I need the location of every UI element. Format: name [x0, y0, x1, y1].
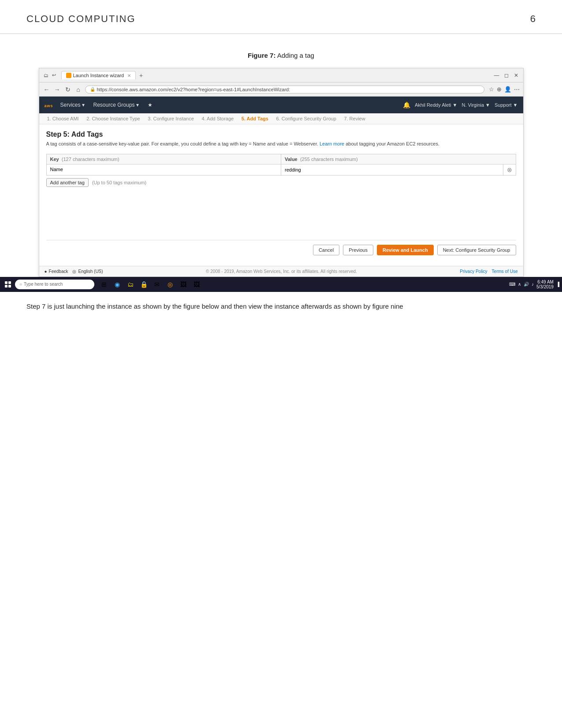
footer-links: Privacy Policy Terms of Use — [460, 269, 517, 274]
add-tag-row: Add another tag (Up to 50 tags maximum) — [46, 178, 516, 187]
address-bar[interactable]: 🔒 https://console.aws.amazon.com/ec2/v2?… — [85, 86, 484, 93]
new-tab-button[interactable]: + — [139, 72, 143, 79]
taskbar-edge-icon[interactable]: ◉ — [111, 278, 123, 291]
feedback-button[interactable]: ● Feedback — [45, 269, 68, 274]
nav-forward-button[interactable]: → — [53, 86, 61, 93]
taskbar-keyboard-icon[interactable]: ⌨ — [509, 282, 515, 287]
page-header: CLOUD COMPUTING 6 — [0, 0, 562, 34]
taskbar-app-icon[interactable]: 🖼 — [177, 278, 190, 291]
taskbar-search-box[interactable]: ○ Type here to search — [15, 280, 94, 289]
win-grid-cell-4 — [8, 285, 11, 287]
copyright-text: © 2008 - 2019, Amazon Web Services, Inc.… — [108, 269, 456, 274]
cancel-button[interactable]: Cancel — [313, 245, 339, 255]
resource-groups-chevron: ▾ — [136, 102, 139, 108]
services-chevron: ▾ — [82, 102, 85, 108]
taskbar-chrome-icon[interactable]: ◎ — [164, 278, 176, 291]
value-cell[interactable]: ⊗ — [281, 164, 516, 175]
value-input[interactable] — [281, 165, 503, 175]
url-text: https://console.aws.amazon.com/ec2/v2?ho… — [97, 87, 290, 92]
step-description: A tag consists of a case-sensitive key-v… — [46, 140, 516, 148]
taskbar-volume-icon[interactable]: ♪ — [532, 282, 534, 287]
delete-tag-button[interactable]: ⊗ — [503, 164, 516, 175]
taskbar-img-icon[interactable]: 🖼 — [190, 278, 203, 291]
close-button[interactable]: ✕ — [513, 72, 520, 78]
breadcrumb-step-3[interactable]: 3. Configure Instance — [145, 116, 197, 121]
taskbar-show-desktop[interactable]: ▐ — [556, 282, 559, 287]
breadcrumb-step-7[interactable]: 7. Review — [341, 116, 368, 121]
star-icon[interactable]: ☆ — [489, 86, 494, 93]
col-value-note: (255 characters maximum) — [300, 157, 358, 162]
previous-button[interactable]: Previous — [343, 245, 373, 255]
aws-region[interactable]: N. Virginia ▼ — [462, 102, 491, 108]
taskbar-right: ⌨ ∧ 🔊 ♪ 6:49 AM 5/3/2019 ▐ — [509, 280, 559, 289]
col-key-note: (127 characters maximum) — [62, 157, 119, 162]
taskbar-time: 6:49 AM — [537, 280, 554, 284]
next-button[interactable]: Next: Configure Security Group — [437, 245, 516, 255]
window-controls: — ◻ ✕ — [493, 72, 520, 78]
terms-link[interactable]: Terms of Use — [492, 269, 518, 274]
add-tag-button[interactable]: Add another tag — [46, 178, 89, 187]
taskbar-lock-icon[interactable]: 🔒 — [138, 278, 150, 291]
aws-navbar: aws Services ▾ Resource Groups ▾ ★ 🔔 Akh… — [39, 97, 523, 113]
restore-button[interactable]: ◻ — [503, 72, 510, 78]
aws-content: aws Services ▾ Resource Groups ▾ ★ 🔔 Akh… — [39, 97, 523, 276]
body-text: Step 7 is just launching the instance as… — [0, 292, 562, 321]
browser-addressbar: ← → ↻ ⌂ 🔒 https://console.aws.amazon.com… — [39, 82, 523, 97]
breadcrumb-step-5[interactable]: 5. Add Tags — [239, 116, 271, 121]
page-title: CLOUD COMPUTING — [26, 13, 136, 25]
feedback-icon: ● — [45, 269, 47, 274]
start-button[interactable] — [3, 279, 13, 290]
page-number: 6 — [530, 13, 536, 25]
services-nav-item[interactable]: Services ▾ — [59, 97, 86, 113]
key-input[interactable] — [47, 164, 281, 174]
account-icon[interactable]: 👤 — [504, 86, 511, 93]
aws-footer: ● Feedback ◎ English (US) © 2008 - 2019,… — [39, 266, 523, 276]
figure-caption-text: Adding a tag — [277, 52, 314, 59]
bookmark-icon[interactable]: ⊕ — [497, 86, 502, 93]
bell-icon[interactable]: 🔔 — [403, 101, 410, 108]
win-grid-cell-3 — [5, 285, 7, 287]
aws-logo: aws — [45, 101, 53, 109]
col-key-header: Key (127 characters maximum) — [47, 154, 282, 164]
add-tag-note: (Up to 50 tags maximum) — [92, 180, 146, 185]
win-grid-cell-2 — [8, 281, 11, 284]
aws-support[interactable]: Support ▼ — [495, 102, 517, 108]
taskbar-chevron-icon[interactable]: ∧ — [518, 282, 521, 287]
browser-actions: ☆ ⊕ 👤 ⋯ — [489, 86, 520, 93]
taskbar-mail-icon[interactable]: ✉ — [151, 278, 163, 291]
taskbar-network-icon[interactable]: 🔊 — [524, 282, 529, 287]
learn-more-link[interactable]: Learn more — [320, 141, 344, 146]
browser-back-icon: 🗂 — [43, 72, 50, 79]
taskbar-items: ⊞ ◉ 🗂 🔒 ✉ ◎ 🖼 🖼 — [98, 278, 203, 291]
tab-close-icon[interactable]: ✕ — [127, 73, 131, 78]
nav-back-button[interactable]: ← — [43, 86, 51, 93]
body-paragraph: Step 7 is just launching the instance as… — [26, 302, 403, 310]
resource-groups-nav-item[interactable]: Resource Groups ▾ — [92, 97, 141, 113]
aws-nav-right: 🔔 Akhil Reddy Aleti ▼ N. Virginia ▼ Supp… — [403, 101, 517, 108]
aws-page: Step 5: Add Tags A tag consists of a cas… — [39, 124, 523, 266]
nav-home-button[interactable]: ⌂ — [74, 86, 82, 93]
tags-table-row: ⊗ — [46, 164, 516, 175]
privacy-link[interactable]: Privacy Policy — [460, 269, 487, 274]
tab-favicon — [66, 73, 71, 78]
resource-groups-label: Resource Groups — [93, 102, 135, 108]
breadcrumb-step-1[interactable]: 1. Choose AMI — [45, 116, 82, 121]
minimize-button[interactable]: — — [493, 72, 500, 78]
breadcrumb-step-2[interactable]: 2. Choose Instance Type — [84, 116, 143, 121]
menu-icon[interactable]: ⋯ — [514, 86, 520, 93]
key-cell[interactable] — [47, 164, 282, 175]
taskbar-explorer-icon[interactable]: 🗂 — [124, 278, 137, 291]
star-nav-item[interactable]: ★ — [146, 97, 154, 113]
taskbar-cortana-icon[interactable]: ⊞ — [98, 278, 110, 291]
nav-refresh-button[interactable]: ↻ — [64, 86, 72, 93]
breadcrumb-step-6[interactable]: 6. Configure Security Group — [273, 116, 339, 121]
aws-user[interactable]: Akhil Reddy Aleti ▼ — [415, 102, 458, 108]
taskbar-clock[interactable]: 6:49 AM 5/3/2019 — [536, 280, 554, 289]
language-selector[interactable]: ◎ English (US) — [72, 269, 103, 274]
browser-window: 🗂 ↩ Launch Instance wizard ✕ + — ◻ ✕ ← →… — [39, 68, 524, 277]
breadcrumb-step-4[interactable]: 4. Add Storage — [199, 116, 236, 121]
browser-tab[interactable]: Launch Instance wizard ✕ — [61, 71, 136, 79]
browser-titlebar: 🗂 ↩ Launch Instance wizard ✕ + — ◻ ✕ — [39, 68, 523, 82]
review-launch-button[interactable]: Review and Launch — [377, 245, 434, 255]
lock-icon: 🔒 — [90, 87, 95, 92]
